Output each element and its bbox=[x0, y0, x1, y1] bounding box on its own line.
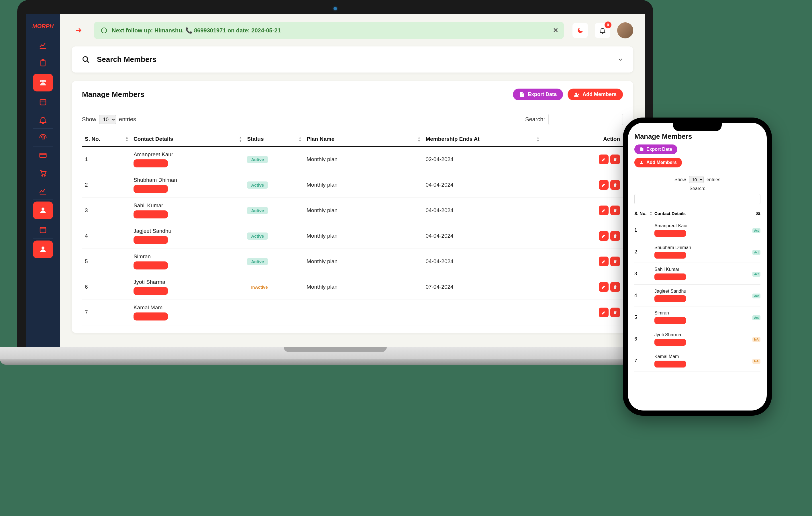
edit-button[interactable] bbox=[599, 282, 609, 292]
laptop-camera-icon bbox=[334, 7, 337, 10]
alert-close-button[interactable]: ✕ bbox=[553, 27, 558, 34]
show-prefix: Show bbox=[82, 116, 96, 123]
topbar: Next follow up: Himanshu, 📞 8699301971 o… bbox=[60, 14, 645, 47]
add-members-button[interactable]: Add Members bbox=[568, 88, 623, 100]
logo: MORPH bbox=[32, 17, 54, 36]
phone-manage-title: Manage Members bbox=[634, 132, 760, 140]
sidebar-item-members-3[interactable] bbox=[33, 241, 53, 258]
table-row: 4 Jagjeet Sandhu Active Monthly plan 04-… bbox=[82, 223, 623, 249]
export-data-button[interactable]: Export Data bbox=[513, 88, 563, 100]
edit-button[interactable] bbox=[599, 307, 609, 317]
delete-button[interactable] bbox=[610, 180, 620, 190]
sidebar-item-clipboard[interactable] bbox=[33, 54, 53, 72]
phone-table-row: 6 Jyoti Sharma InA bbox=[634, 328, 760, 350]
notifications-button[interactable]: 0 bbox=[595, 23, 610, 38]
redacted-phone bbox=[655, 317, 686, 324]
phone-export-button[interactable]: Export Data bbox=[634, 144, 677, 154]
edit-button[interactable] bbox=[599, 231, 609, 241]
phone-entries-select[interactable]: 10 bbox=[689, 176, 704, 183]
table-row: 1 Amanpreet Kaur Active Monthly plan 02-… bbox=[82, 146, 623, 172]
svg-rect-6 bbox=[40, 227, 46, 233]
file-icon bbox=[519, 92, 525, 98]
sidebar-item-analytics[interactable] bbox=[33, 36, 53, 54]
phone-table-row: 2 Shubham Dhiman Act bbox=[634, 241, 760, 263]
phone-table-row: 3 Sahil Kumar Act bbox=[634, 263, 760, 284]
search-icon bbox=[82, 56, 90, 64]
sidebar-item-card[interactable] bbox=[33, 146, 53, 164]
moon-icon bbox=[577, 27, 584, 34]
delete-button[interactable] bbox=[610, 282, 620, 292]
delete-button[interactable] bbox=[610, 155, 620, 164]
info-icon bbox=[101, 27, 107, 33]
entries-select[interactable]: 10 bbox=[99, 115, 116, 124]
search-card-title: Search Members bbox=[97, 55, 156, 64]
sidebar-item-members-2[interactable] bbox=[33, 201, 53, 219]
phone-search-input[interactable] bbox=[634, 194, 760, 204]
members-table: S. No.▲▼ Contact Details▲▼ Status▲▼ Plan… bbox=[82, 132, 623, 325]
followup-alert: Next follow up: Himanshu, 📞 8699301971 o… bbox=[94, 22, 564, 39]
sidebar: MORPH bbox=[26, 14, 60, 347]
redacted-phone bbox=[655, 295, 686, 302]
table-search-input[interactable] bbox=[548, 114, 623, 125]
redacted-phone bbox=[655, 339, 686, 346]
phone-frame: Manage Members Export Data Add Members S… bbox=[623, 117, 772, 416]
phone-table-row: 1 Amanpreet Kaur Act bbox=[634, 219, 760, 241]
edit-button[interactable] bbox=[599, 206, 609, 215]
menu-toggle-button[interactable] bbox=[71, 24, 85, 37]
table-search-label: Search: bbox=[525, 116, 545, 123]
delete-button[interactable] bbox=[610, 307, 620, 317]
sidebar-item-reports[interactable] bbox=[33, 182, 53, 200]
phone-table-row: 7 Kamal Mam InA bbox=[634, 350, 760, 372]
redacted-phone bbox=[134, 287, 168, 295]
table-row: 7 Kamal Mam bbox=[82, 300, 623, 325]
sidebar-item-notifications[interactable] bbox=[33, 111, 53, 129]
edit-button[interactable] bbox=[599, 256, 609, 266]
search-members-card[interactable]: Search Members bbox=[71, 47, 633, 73]
redacted-phone bbox=[655, 273, 686, 280]
bell-icon bbox=[599, 27, 606, 34]
manage-title: Manage Members bbox=[82, 90, 144, 99]
redacted-phone bbox=[134, 210, 168, 218]
phone-notch bbox=[673, 123, 722, 131]
svg-point-10 bbox=[641, 161, 642, 163]
phone-table-row: 4 Jagjeet Sandhu Act bbox=[634, 284, 760, 306]
svg-point-4 bbox=[42, 175, 43, 176]
redacted-phone bbox=[134, 159, 168, 167]
chevron-down-icon bbox=[617, 56, 624, 63]
laptop-frame: MORPH bbox=[17, 0, 653, 364]
redacted-phone bbox=[134, 262, 168, 269]
theme-toggle-button[interactable] bbox=[573, 23, 588, 38]
svg-point-5 bbox=[44, 175, 45, 176]
sidebar-item-archive[interactable] bbox=[33, 221, 53, 239]
svg-point-9 bbox=[575, 92, 577, 94]
alert-text: Next follow up: Himanshu, 📞 8699301971 o… bbox=[112, 27, 281, 34]
svg-point-8 bbox=[83, 56, 88, 61]
phone-search-label: Search: bbox=[634, 186, 760, 191]
user-plus-icon bbox=[639, 160, 644, 165]
table-row: 2 Shubham Dhiman Active Monthly plan 04-… bbox=[82, 172, 623, 198]
edit-button[interactable] bbox=[599, 180, 609, 190]
user-avatar[interactable] bbox=[617, 22, 633, 38]
edit-button[interactable] bbox=[599, 155, 609, 164]
redacted-phone bbox=[655, 252, 686, 259]
redacted-phone bbox=[134, 236, 168, 244]
sidebar-item-members[interactable] bbox=[33, 74, 53, 91]
table-row: 6 Jyoti Sharma InActive Monthly plan 07-… bbox=[82, 274, 623, 300]
delete-button[interactable] bbox=[610, 206, 620, 215]
redacted-phone bbox=[655, 230, 686, 237]
svg-rect-2 bbox=[40, 100, 46, 105]
sidebar-item-cart[interactable] bbox=[33, 164, 53, 182]
show-suffix: entries bbox=[119, 116, 136, 123]
delete-button[interactable] bbox=[610, 231, 620, 241]
table-row: 5 Simran Active Monthly plan 04-04-2024 bbox=[82, 249, 623, 274]
sidebar-item-fingerprint[interactable] bbox=[33, 129, 53, 146]
delete-button[interactable] bbox=[610, 256, 620, 266]
phone-add-button[interactable]: Add Members bbox=[634, 158, 682, 167]
svg-rect-3 bbox=[40, 153, 47, 157]
redacted-phone bbox=[134, 313, 168, 321]
file-icon bbox=[639, 147, 644, 152]
redacted-phone bbox=[655, 361, 686, 368]
notifications-count: 0 bbox=[605, 22, 611, 28]
sidebar-item-calendar[interactable] bbox=[33, 93, 53, 111]
user-plus-icon bbox=[574, 92, 580, 98]
